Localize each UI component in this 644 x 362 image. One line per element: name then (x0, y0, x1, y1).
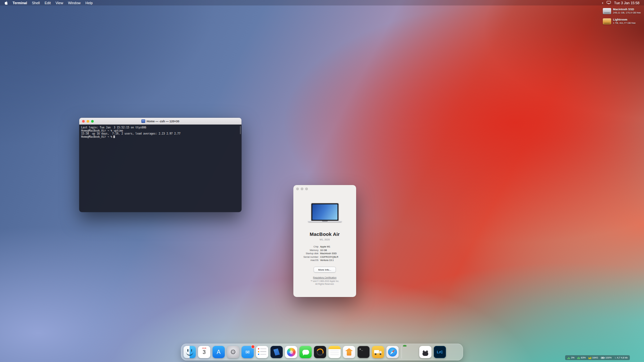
notes-line (330, 353, 339, 353)
copyright-line-2: All Rights Reserved. (293, 283, 356, 286)
gear-icon: ⚙ (230, 348, 236, 356)
about-this-mac-window: MacBook Air M1, 2020 Chip Apple M1 Memor… (293, 185, 356, 297)
display-mirroring-icon[interactable] (607, 1, 611, 5)
volume-text: Macintosh SSD 245,11 GB, 170,9 GB free (613, 8, 641, 14)
menu-edit[interactable]: Edit (45, 1, 51, 5)
stat-network-value: 4,7 4,6 kb (617, 356, 628, 359)
external-drive-icon (603, 18, 611, 24)
close-button[interactable] (296, 188, 299, 190)
macbook-screen (311, 203, 339, 221)
dock-app-store-icon[interactable]: A (213, 346, 225, 358)
menu-clock[interactable]: Tue 3 Jan 15:58 (614, 1, 639, 5)
dock-tomato-app-icon[interactable] (405, 346, 417, 358)
disk-graph-icon (589, 357, 591, 359)
app-store-glyph: A (217, 349, 221, 356)
spec-row: Serial number C02FR23YQ6LR (293, 256, 356, 258)
terminal-titlebar[interactable]: Home — -zsh — 120×30 (79, 118, 242, 125)
menu-bar: Terminal Shell Edit View Window Help ‹ T… (0, 0, 644, 5)
finder-smile (186, 351, 193, 356)
dock-trash-icon[interactable] (448, 346, 460, 358)
dock-media-app-icon[interactable] (270, 346, 283, 358)
dock-cat-app-icon[interactable] (419, 346, 431, 358)
notes-line (330, 355, 339, 355)
volume-macintosh-ssd[interactable]: Macintosh SSD 245,11 GB, 170,9 GB free (603, 8, 641, 14)
dock-terminal-icon[interactable]: >_ (357, 346, 370, 358)
terminal-content[interactable]: Last login: Tue Jan 3 15:52:15 on ttys00… (79, 125, 242, 212)
window-controls (296, 188, 308, 190)
reminders-row (258, 351, 266, 352)
minimize-button[interactable] (301, 188, 303, 190)
volume-lightroom[interactable]: Lightroom 1 TB, 411,77 GB free (603, 18, 641, 24)
volume-detail: 245,11 GB, 170,9 GB free (613, 11, 641, 14)
hard-drive-icon (603, 8, 611, 14)
dock-photos-icon[interactable] (285, 346, 297, 358)
menu-view[interactable]: View (55, 1, 63, 5)
lightroom-glyph: LrC (437, 350, 443, 354)
terminal-glyph: >_ (359, 348, 363, 351)
stat-disk[interactable]: 164G (589, 356, 598, 359)
spec-row: Startup disk Macintosh SSD (293, 252, 356, 255)
notes-line (330, 351, 339, 351)
stat-battery[interactable]: 100% (601, 356, 611, 359)
spec-label: Serial number (293, 256, 318, 258)
terminal-window: Home — -zsh — 120×30 Last login: Tue Jan… (79, 118, 242, 212)
stat-disk-value: 164G (592, 356, 598, 359)
minimize-button[interactable] (87, 120, 89, 123)
dock-calendar-icon[interactable]: JAN 3 (198, 346, 210, 358)
spec-list: Chip Apple M1 Memory 16 GB Startup disk … (293, 246, 356, 262)
dock-system-settings-icon[interactable]: ⚙ (227, 346, 239, 358)
menu-bar-right: ‹ Tue 3 Jan 15:58 (602, 1, 639, 5)
dock-notes-icon[interactable] (328, 346, 341, 358)
volume-name: Lightroom (613, 18, 636, 21)
photos-flower-icon (287, 348, 296, 357)
dial-icon (317, 348, 324, 356)
zoom-button[interactable] (305, 188, 308, 190)
model-name: MacBook Air (293, 231, 356, 237)
dock-timer-app-icon[interactable] (314, 346, 326, 358)
macbook-display (312, 204, 337, 220)
dock-mail-icon[interactable]: ✉ (242, 346, 254, 358)
mail-badge (251, 345, 255, 348)
menu-window[interactable]: Window (68, 1, 80, 5)
stat-cpu[interactable]: 3% (567, 356, 574, 359)
dock-delivery-app-icon[interactable] (372, 346, 384, 358)
spec-label: macOS (293, 259, 318, 262)
volume-text: Lightroom 1 TB, 411,77 GB free (613, 18, 636, 24)
terminal-proxy-icon (141, 119, 145, 123)
terminal-line: Last login: Tue Jan 3 15:52:15 on ttys00… (81, 126, 240, 129)
terminal-cursor (113, 135, 115, 138)
dock: JAN 3 A ⚙ ✉ (181, 344, 463, 360)
dock-home-icon[interactable] (343, 346, 355, 358)
regulatory-certification-link[interactable]: Regulatory Certification (293, 276, 356, 279)
dock-reminders-icon[interactable] (256, 346, 268, 358)
terminal-prompt: Home@MacBook_Air ~ % (81, 135, 112, 138)
dock-finder-icon[interactable] (184, 346, 196, 358)
stat-battery-value: 100% (605, 356, 611, 359)
menu-app-name[interactable]: Terminal (13, 1, 27, 5)
stat-network[interactable]: ↑↓ 4,7 4,6 kb (615, 356, 628, 359)
speech-bubble-icon (302, 350, 309, 355)
menu-help[interactable]: Help (85, 1, 93, 5)
model-detail: M1, 2020 (293, 238, 356, 241)
close-button[interactable] (82, 120, 85, 123)
zoom-button[interactable] (91, 120, 94, 123)
spec-label: Chip (293, 246, 318, 248)
house-icon (346, 351, 353, 356)
dock-lightroom-classic-icon[interactable]: LrC (434, 346, 446, 358)
spec-value: 16 GB (320, 249, 327, 252)
spec-value: Apple M1 (320, 246, 330, 248)
stat-memory[interactable]: 63% (577, 356, 586, 359)
dock-safari-icon[interactable] (386, 346, 399, 358)
dock-messages-icon[interactable] (299, 346, 312, 358)
apple-menu-icon[interactable] (5, 1, 8, 5)
volume-detail: 1 TB, 411,77 GB free (613, 22, 636, 24)
chevron-left-icon[interactable]: ‹ (602, 1, 603, 5)
copyright-text: ™ and © 1983-2022 Apple Inc. All Rights … (293, 280, 356, 285)
cat-icon (422, 351, 428, 356)
terminal-scrollbar[interactable] (240, 126, 241, 134)
menu-shell[interactable]: Shell (32, 1, 40, 5)
macbook-illustration (308, 203, 342, 222)
terminal-title-text: Home — -zsh — 120×30 (147, 120, 179, 123)
more-info-button[interactable]: More Info... (314, 267, 336, 273)
desktop-volumes: Macintosh SSD 245,11 GB, 170,9 GB free L… (603, 8, 641, 24)
